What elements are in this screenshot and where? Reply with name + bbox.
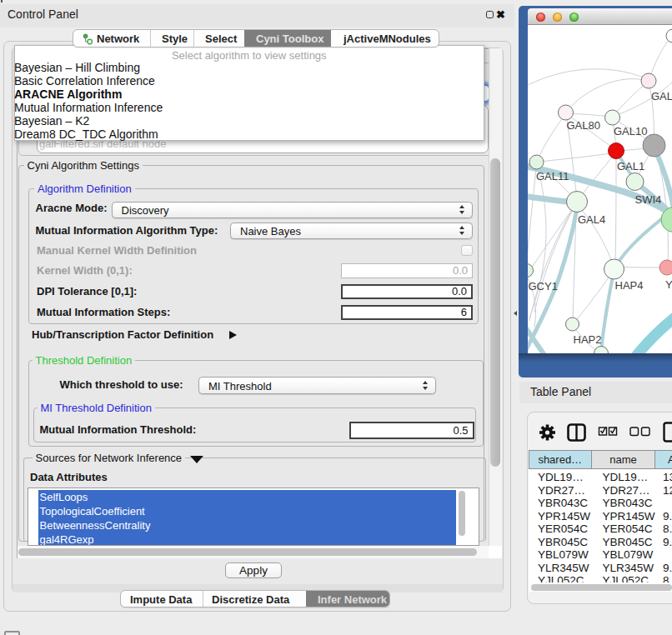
svg-text:GAL4: GAL4 [578, 213, 605, 226]
svg-text:GAL80: GAL80 [567, 119, 600, 132]
svg-text:YD: YD [665, 278, 672, 291]
svg-text:SWI4: SWI4 [635, 193, 662, 206]
svg-text:GCY1: GCY1 [529, 280, 558, 292]
svg-text:GAL11: GAL11 [536, 170, 569, 182]
svg-text:GAL1: GAL1 [617, 160, 644, 172]
svg-text:GAL7: GAL7 [651, 90, 672, 102]
svg-text:GAL10: GAL10 [614, 125, 647, 138]
svg-text:HAP4: HAP4 [615, 279, 644, 292]
svg-text:HAP2: HAP2 [574, 333, 602, 346]
